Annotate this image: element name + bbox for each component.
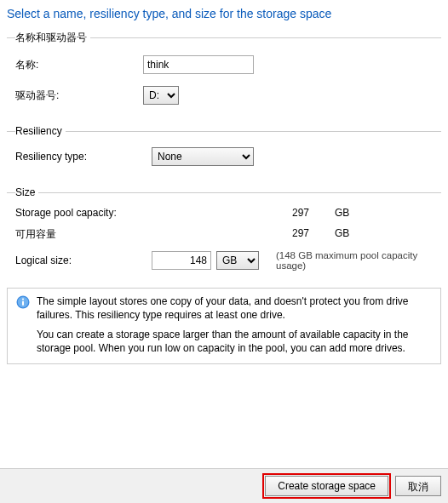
- logical-size-note: (148 GB maximum pool capacity usage): [276, 250, 433, 271]
- page-title: Select a name, resiliency type, and size…: [7, 7, 441, 20]
- name-label: 名称:: [15, 58, 143, 72]
- drive-select[interactable]: D:: [143, 86, 179, 105]
- resiliency-type-select[interactable]: None: [152, 147, 254, 166]
- resiliency-legend: Resiliency: [15, 125, 66, 137]
- svg-rect-2: [22, 301, 24, 306]
- pool-capacity-value: 297: [292, 207, 335, 219]
- name-drive-legend: 名称和驱动器号: [15, 31, 90, 45]
- drive-label: 驱动器号:: [15, 89, 143, 103]
- pool-capacity-unit: GB: [335, 207, 369, 219]
- logical-size-input[interactable]: [152, 251, 211, 270]
- pool-capacity-label: Storage pool capacity:: [15, 207, 152, 219]
- info-paragraph-2: You can create a storage space larger th…: [37, 329, 432, 355]
- name-input[interactable]: [143, 55, 254, 74]
- create-storage-space-button[interactable]: Create storage space: [265, 476, 388, 496]
- svg-point-3: [22, 298, 24, 300]
- size-group: Size Storage pool capacity: 297 GB 可用容量 …: [7, 186, 441, 279]
- info-box: The simple layout stores one copy of you…: [7, 288, 441, 364]
- cancel-button[interactable]: 取消: [395, 476, 441, 496]
- button-bar: Create storage space 取消: [0, 468, 448, 503]
- size-legend: Size: [15, 186, 38, 198]
- logical-size-label: Logical size:: [15, 254, 152, 266]
- available-capacity-value: 297: [292, 227, 335, 239]
- available-capacity-label: 可用容量: [15, 227, 152, 242]
- info-text: The simple layout stores one copy of you…: [37, 295, 432, 355]
- info-paragraph-1: The simple layout stores one copy of you…: [37, 295, 432, 322]
- available-capacity-unit: GB: [335, 227, 369, 239]
- name-drive-group: 名称和驱动器号 名称: 驱动器号: D:: [7, 31, 441, 117]
- logical-size-unit-select[interactable]: GB: [216, 251, 259, 270]
- info-icon: [16, 295, 30, 309]
- resiliency-type-label: Resiliency type:: [15, 151, 152, 163]
- resiliency-group: Resiliency Resiliency type: None: [7, 125, 441, 178]
